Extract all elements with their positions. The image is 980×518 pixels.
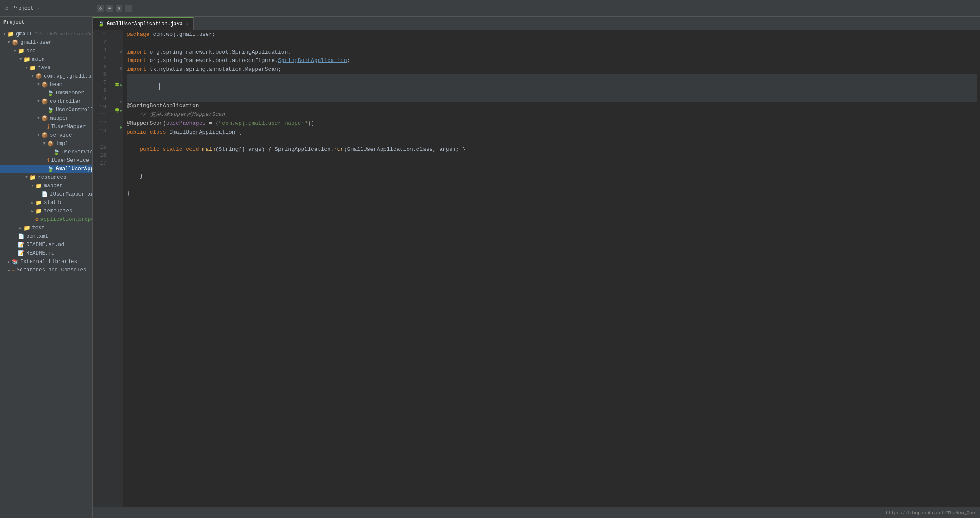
gutter-16 xyxy=(111,157,123,165)
fold-icon-3[interactable]: ⊟ xyxy=(120,49,122,54)
tree-item-impl[interactable]: ▼ 📦 impl xyxy=(0,140,92,148)
pkg-icon-bean: 📦 xyxy=(41,81,48,88)
arrow-mapper-res: ▼ xyxy=(30,184,35,188)
tree-item-gmalluserapp[interactable]: 🍃 GmallUserApplication xyxy=(0,165,92,173)
status-bar: https://blog.csdn.net/TheNew_One xyxy=(93,507,980,518)
code-line-15: } xyxy=(127,172,977,181)
folder-icon-resources: 📁 xyxy=(30,174,36,181)
tree-item-mapper-pkg[interactable]: ▼ 📦 mapper xyxy=(0,114,92,123)
tree-label-templates: templates xyxy=(44,208,73,214)
tree-item-readme[interactable]: 📝 README.md xyxy=(0,249,92,258)
settings-btn[interactable]: ⚙ xyxy=(116,5,122,12)
tree-item-scratches[interactable]: ▶ ✏ Scratches and Consoles xyxy=(0,266,92,274)
gutter-6 xyxy=(111,72,123,81)
class-icon-usercontroller: 🍃 xyxy=(47,107,54,113)
tree-label-src: src xyxy=(26,48,36,54)
code-area[interactable]: 1 2 3 4 5 6 7 8 9 10 11 12 13 15 16 17 xyxy=(93,30,980,507)
tree-item-gmall-user[interactable]: ▼ 📦 gmall-user xyxy=(0,38,92,47)
tree-item-appprops[interactable]: ⚙ application.properties xyxy=(0,215,92,224)
tree-item-mapper-res[interactable]: ▼ 📁 mapper xyxy=(0,182,92,190)
main-area: Project ▼ 📁 gmall E:\codeDevelop\ideaDev… xyxy=(0,17,980,518)
tree-item-bean[interactable]: ▼ 📦 bean xyxy=(0,81,92,89)
gutter-15 xyxy=(111,148,123,157)
run-icon-10[interactable]: ▶ xyxy=(120,108,122,113)
fold-icon-9[interactable]: ⊟ xyxy=(120,100,122,105)
dropdown-arrow[interactable]: ▾ xyxy=(37,6,39,11)
code-line-12: public static void main(String[] args) {… xyxy=(127,145,977,154)
module-icon-gmall-user: 📦 xyxy=(12,39,19,46)
folder-icon-java: 📁 xyxy=(30,64,36,71)
code-line-8: // 使用tkMapper的MapperScan xyxy=(127,110,977,119)
tree-path-gmall: E:\codeDevelop\ideaDevelop\guli\gmall xyxy=(35,32,92,37)
arrow-static: ▶ xyxy=(30,201,35,205)
code-line-4: import org.springframework.boot.autoconf… xyxy=(127,56,977,65)
arrow-pkg: ▼ xyxy=(30,74,35,78)
tree-item-test[interactable]: ▶ 📁 test xyxy=(0,224,92,232)
gutter-8 xyxy=(111,89,123,98)
iface-icon-iuserservice: ℹ xyxy=(47,157,49,164)
tree-item-readme-en[interactable]: 📝 README.en.md xyxy=(0,241,92,249)
code-line-9: @MapperScan(basePackages = {"com.wpj.gma… xyxy=(127,119,977,128)
pkg-icon-service: 📦 xyxy=(41,132,48,139)
nav-btn-1[interactable]: ⊕ xyxy=(97,5,104,12)
tree-item-iuserservice[interactable]: ℹ IUserService xyxy=(0,156,92,165)
code-line-3: import org.springframework.boot.SpringAp… xyxy=(127,48,977,57)
run-icon-12[interactable]: ▶ xyxy=(120,125,122,130)
tree-label-main: main xyxy=(32,56,45,62)
tree-item-service[interactable]: ▼ 📦 service xyxy=(0,131,92,140)
tree-label-readme-en: README.en.md xyxy=(26,242,64,248)
tree-item-java[interactable]: ▼ 📁 java xyxy=(0,64,92,72)
tree-label-userserviceimpl: UserServiceImpl xyxy=(62,149,92,155)
project-label: 🗂 Project ▾ xyxy=(4,5,97,11)
package-icon: 📦 xyxy=(35,73,42,80)
tree-item-controller[interactable]: ▼ 📦 controller xyxy=(0,97,92,106)
tree-item-main[interactable]: ▼ 📁 main xyxy=(0,55,92,64)
tab-label: GmallUserApplication.java xyxy=(107,21,183,27)
tree-item-umsmember[interactable]: 🍃 UmsMember xyxy=(0,89,92,97)
folder-icon-static: 📁 xyxy=(35,199,42,206)
pkg-icon-controller: 📦 xyxy=(41,98,48,105)
tree-item-userserviceimpl[interactable]: 🍃 UserServiceImpl xyxy=(0,148,92,156)
tree-item-pom[interactable]: 📄 pom.xml xyxy=(0,232,92,241)
tree-label-iusermapper: IUserMapper xyxy=(51,124,86,130)
arrow-controller: ▼ xyxy=(35,99,41,104)
title-bar: 🗂 Project ▾ ⊕ ≡ ⚙ — xyxy=(0,0,980,17)
tree-item-static[interactable]: ▶ 📁 static xyxy=(0,199,92,207)
tree-label-test: test xyxy=(32,225,45,231)
props-icon-appprops: ⚙ xyxy=(35,216,39,223)
tree-item-templates[interactable]: ▶ 📁 templates xyxy=(0,207,92,215)
tree-item-usercontroller[interactable]: 🍃 UserController xyxy=(0,106,92,114)
code-content[interactable]: package com.wpj.gmall.user; import org.s… xyxy=(123,30,980,507)
tab-icon: 🍃 xyxy=(98,21,104,27)
tree-item-iusermapper[interactable]: ℹ IUserMapper xyxy=(0,123,92,131)
arrow-test: ▶ xyxy=(18,226,24,231)
nav-btn-2[interactable]: ≡ xyxy=(106,5,113,12)
bean-icon-7: 🍀 xyxy=(114,83,119,88)
tree-label-controller: controller xyxy=(50,99,81,105)
tree-item-iusermapper-xml[interactable]: 📄 IUserMapper.xml xyxy=(0,190,92,199)
arrow-java: ▼ xyxy=(24,66,30,70)
editor-tab-gmalluserapp[interactable]: 🍃 GmallUserApplication.java ✕ xyxy=(93,17,194,30)
gutter-14 xyxy=(111,140,123,148)
tree-label-extlibs: External Libraries xyxy=(20,259,77,265)
gutter-2 xyxy=(111,39,123,47)
tree-label-umsmember: UmsMember xyxy=(56,90,84,96)
tree-label-mapper-pkg: mapper xyxy=(50,115,69,121)
minimize-btn[interactable]: — xyxy=(125,5,132,12)
sidebar-header: Project xyxy=(0,17,92,28)
tree-item-src[interactable]: ▼ 📁 src xyxy=(0,47,92,55)
tab-close-btn[interactable]: ✕ xyxy=(185,21,188,27)
run-icon-7[interactable]: ▶ xyxy=(120,83,122,88)
code-line-6 xyxy=(127,74,977,102)
tree-item-gmall[interactable]: ▼ 📁 gmall E:\codeDevelop\ideaDevelop\gul… xyxy=(0,30,92,38)
tree-item-pkg[interactable]: ▼ 📦 com.wpj.gmall.user xyxy=(0,72,92,81)
tree-label-usercontroller: UserController xyxy=(56,107,92,113)
tree-item-resources[interactable]: ▼ 📁 resources xyxy=(0,173,92,182)
arrow-scratches: ▶ xyxy=(6,268,12,273)
arrow-bean: ▼ xyxy=(35,83,41,87)
tree-item-extlibs[interactable]: ▶ 📚 External Libraries xyxy=(0,258,92,266)
status-url: https://blog.csdn.net/TheNew_One xyxy=(886,510,975,515)
gutter-10: 🍀 ▶ xyxy=(111,106,123,115)
fold-icon-5[interactable]: ⊟ xyxy=(120,66,122,71)
class-icon-gmalluserapp: 🍃 xyxy=(47,166,54,172)
